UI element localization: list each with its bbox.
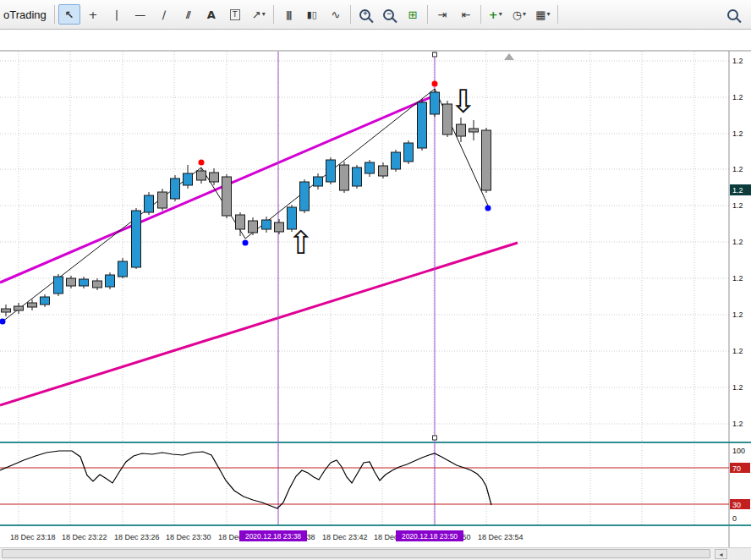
rsi-level-badge — [730, 463, 750, 473]
templates-button[interactable]: ▦▾ — [532, 4, 554, 25]
candle-body — [145, 195, 154, 212]
auto-scroll-button[interactable]: ⇥ — [431, 4, 453, 25]
chart-canvas[interactable]: ⇧⇩703010001.21.21.21.21.21.21.21.21.21.2… — [0, 0, 751, 560]
horizontal-scrollbar[interactable]: ◂ — [0, 547, 729, 560]
candle-body — [392, 152, 401, 169]
price-label: 1.2 — [732, 201, 743, 210]
candle-body — [275, 222, 284, 232]
candle-body — [340, 165, 349, 190]
candle-body — [365, 162, 375, 173]
candle-body — [262, 220, 271, 229]
price-label: 1.2 — [732, 420, 743, 428]
zoom-in-button[interactable]: + — [354, 4, 376, 25]
chart-shift-marker[interactable] — [504, 53, 514, 60]
trading-app-window: oTrading ↖ + | — ∕ ∕∕ A T ↗▾ ||| ▮▯ ∿ + … — [0, 0, 751, 560]
selection-handle[interactable] — [433, 52, 437, 57]
chevron-down-icon: ▾ — [499, 11, 502, 18]
scrollbar-corner — [729, 547, 751, 560]
candle-body — [236, 215, 245, 229]
indicators-button[interactable]: +▾ — [485, 4, 507, 25]
rsi-line — [0, 451, 491, 508]
chart-shift-button[interactable]: ⇤ — [455, 4, 477, 25]
zoom-in-icon: + — [359, 9, 370, 20]
time-label: 18 Dec 23:46 — [374, 533, 419, 541]
quick-nav-button[interactable]: ◂ — [715, 549, 727, 559]
toolbar-separator — [427, 5, 428, 24]
candle-body — [93, 281, 102, 288]
tile-windows-button[interactable]: ⊞ — [402, 4, 424, 25]
trendline-1[interactable] — [0, 95, 436, 283]
up-arrow-annotation[interactable]: ⇧ — [288, 225, 315, 261]
text-label-tool-button[interactable]: T — [224, 4, 246, 25]
candle-body — [314, 177, 323, 186]
equidistant-channel-tool-button[interactable]: ∕∕ — [177, 4, 199, 25]
text-tool-button[interactable]: A — [200, 4, 222, 25]
zoom-out-button[interactable]: − — [378, 4, 400, 25]
horizontal-line-tool-button[interactable]: — — [129, 4, 151, 25]
current-price-badge — [730, 184, 751, 195]
candle-body — [353, 167, 362, 186]
vline-time-badge[interactable] — [396, 530, 463, 541]
candle-body — [404, 143, 414, 162]
selection-handle[interactable] — [433, 436, 437, 440]
candle-body — [197, 171, 206, 180]
toolbar: oTrading ↖ + | — ∕ ∕∕ A T ↗▾ ||| ▮▯ ∿ + … — [0, 0, 751, 30]
arrows-tool-button[interactable]: ↗▾ — [248, 4, 270, 25]
horizontal-line-icon: — — [134, 9, 145, 20]
price-label: 1.2 — [732, 274, 743, 283]
cursor-tool-button[interactable]: ↖ — [58, 4, 80, 25]
candle-body — [14, 306, 24, 310]
chevron-down-icon: ▾ — [546, 11, 550, 18]
line-chart-button[interactable]: ∿ — [325, 4, 347, 25]
time-label: 18 Dec 23:18 — [10, 533, 56, 541]
tile-windows-icon: ⊞ — [408, 9, 417, 20]
equidistant-channel-icon: ∕∕ — [186, 10, 189, 19]
candlestick-chart-button[interactable]: ▮▯ — [301, 4, 323, 25]
candle-body — [379, 166, 388, 176]
scrollbar-thumb[interactable] — [2, 549, 710, 558]
candle-body — [430, 92, 440, 114]
vertical-line-tool-button[interactable]: | — [106, 4, 128, 25]
price-label: 1.2 — [732, 93, 743, 102]
price-label: 1.2 — [732, 347, 743, 355]
price-label: 1.2 — [732, 57, 743, 65]
vline-time-label: 2020.12.18 23:50 — [402, 532, 458, 541]
text-label-icon: T — [230, 9, 240, 20]
candle-body — [132, 211, 141, 267]
price-label: 1.2 — [732, 310, 743, 319]
vline-time-badge[interactable] — [239, 530, 307, 541]
price-label: 1.2 — [732, 165, 743, 173]
candle-body — [2, 309, 11, 312]
minus-glyph: − — [386, 10, 391, 18]
periods-button[interactable]: ◷▾ — [508, 4, 530, 25]
candle-body — [482, 130, 491, 190]
rsi-max-label: 100 — [732, 447, 745, 455]
candle-body — [222, 177, 232, 216]
chevron-down-icon: ▾ — [262, 11, 266, 18]
crosshair-tool-button[interactable]: + — [82, 4, 104, 25]
trendline-2[interactable] — [0, 243, 518, 405]
time-label: 18 Dec 23:34 — [218, 533, 264, 541]
toolbar-separator — [557, 5, 558, 24]
autotrading-label[interactable]: oTrading — [3, 8, 52, 21]
candle-body — [118, 261, 128, 277]
bar-chart-button[interactable]: ||| — [277, 4, 299, 25]
candle-body — [210, 173, 219, 182]
time-label: 18 Dec 23:22 — [62, 533, 107, 541]
down-arrow-annotation[interactable]: ⇩ — [450, 84, 477, 119]
rsi-level-badge — [730, 499, 750, 509]
trendline-tool-button[interactable]: ∕ — [153, 4, 175, 25]
time-label: 18 Dec 23:38 — [270, 533, 315, 541]
chart-shift-icon: ⇤ — [461, 9, 470, 20]
indicator-bottom-splitter[interactable] — [0, 524, 751, 526]
search-button[interactable] — [721, 4, 743, 25]
auto-scroll-icon: ⇥ — [437, 9, 447, 20]
main-indicator-splitter[interactable] — [0, 442, 751, 443]
zoom-out-icon: − — [383, 9, 394, 20]
zigzag-low-dot — [485, 206, 491, 211]
search-icon — [727, 9, 738, 20]
cursor-icon: ↖ — [64, 9, 74, 20]
zigzag-line — [3, 89, 488, 321]
templates-icon: ▦ — [535, 9, 545, 20]
candle-body — [457, 124, 466, 136]
